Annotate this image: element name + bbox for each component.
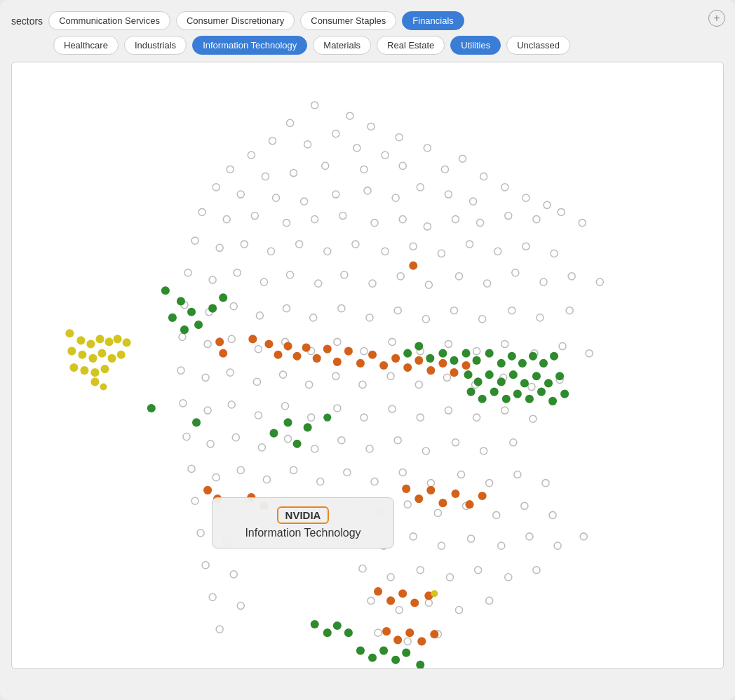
svg-point-167 [218, 506, 225, 513]
svg-point-39 [339, 212, 346, 219]
svg-point-133 [389, 405, 396, 412]
svg-point-176 [521, 502, 528, 509]
svg-point-32 [522, 194, 530, 201]
svg-point-164 [514, 471, 521, 478]
svg-point-166 [191, 497, 198, 504]
svg-point-83 [283, 305, 290, 312]
svg-point-140 [207, 440, 214, 447]
svg-point-297 [344, 347, 353, 356]
svg-point-10 [248, 152, 255, 159]
svg-point-258 [474, 377, 483, 386]
svg-point-135 [445, 407, 452, 414]
svg-point-71 [397, 273, 404, 280]
svg-point-172 [404, 501, 411, 508]
filter-unclassed[interactable]: Unclassed [506, 36, 570, 55]
svg-point-31 [501, 184, 508, 191]
svg-point-276 [323, 628, 332, 637]
svg-point-18 [441, 166, 448, 173]
svg-point-225 [100, 365, 109, 373]
svg-point-280 [368, 654, 377, 662]
svg-point-239 [284, 418, 292, 426]
svg-point-37 [283, 220, 290, 227]
svg-point-64 [209, 276, 216, 283]
add-button[interactable]: + [708, 10, 725, 27]
svg-point-316 [451, 490, 459, 498]
svg-point-283 [402, 649, 410, 657]
svg-point-120 [443, 374, 450, 381]
svg-point-273 [548, 397, 557, 405]
filter-utilities[interactable]: Utilities [450, 36, 501, 55]
svg-point-42 [424, 223, 431, 230]
svg-point-309 [213, 494, 222, 503]
svg-point-201 [396, 607, 403, 614]
svg-point-209 [65, 329, 74, 337]
svg-point-194 [446, 574, 453, 581]
svg-point-115 [306, 381, 313, 388]
svg-point-319 [374, 587, 382, 595]
svg-point-303 [414, 356, 423, 365]
svg-point-60 [494, 248, 501, 255]
svg-point-279 [356, 646, 365, 654]
svg-point-123 [528, 383, 535, 390]
svg-point-293 [302, 343, 311, 351]
svg-point-313 [414, 494, 423, 503]
svg-point-321 [398, 589, 407, 598]
svg-point-13 [290, 169, 297, 176]
svg-point-150 [480, 447, 487, 455]
filter-information-technology[interactable]: Information Technology [192, 36, 307, 55]
svg-point-307 [462, 361, 471, 370]
filter-consumer-staples[interactable]: Consumer Staples [300, 11, 396, 30]
svg-point-238 [269, 429, 278, 437]
svg-point-12 [262, 173, 269, 180]
svg-point-285 [409, 262, 417, 270]
svg-point-85 [338, 305, 345, 312]
svg-point-232 [180, 325, 189, 334]
svg-point-2 [287, 119, 294, 126]
filter-row-2: Healthcare Industrials Information Techn… [11, 36, 724, 55]
svg-point-298 [356, 359, 365, 368]
svg-point-217 [78, 351, 86, 359]
filter-real-estate[interactable]: Real Estate [377, 36, 445, 55]
svg-point-27 [392, 194, 399, 201]
sectors-label: sectors [11, 15, 43, 27]
svg-point-265 [555, 372, 564, 380]
chart-area: NVIDIA Information Technology [11, 62, 724, 669]
svg-point-282 [391, 656, 400, 664]
svg-point-111 [202, 374, 209, 381]
svg-point-261 [509, 370, 518, 379]
svg-point-187 [554, 542, 561, 549]
svg-point-215 [123, 338, 131, 346]
svg-point-287 [219, 349, 227, 358]
svg-point-165 [542, 480, 549, 487]
svg-point-325 [393, 635, 402, 644]
svg-point-272 [537, 388, 546, 396]
svg-point-62 [551, 250, 558, 257]
svg-point-227 [100, 383, 107, 390]
filter-communication-services[interactable]: Communication Services [48, 11, 170, 30]
svg-point-295 [323, 345, 332, 354]
svg-point-170 [348, 501, 355, 508]
svg-point-46 [533, 216, 540, 223]
svg-point-266 [467, 388, 476, 396]
svg-point-206 [375, 629, 382, 636]
svg-point-160 [399, 469, 406, 476]
svg-point-20 [480, 173, 487, 180]
svg-point-163 [486, 480, 493, 487]
svg-point-78 [596, 278, 603, 285]
svg-point-108 [559, 342, 566, 349]
filter-materials[interactable]: Materials [313, 36, 371, 55]
svg-point-233 [194, 321, 203, 329]
svg-point-186 [526, 533, 533, 540]
svg-point-210 [76, 336, 85, 344]
svg-point-112 [227, 369, 234, 376]
filter-industrials[interactable]: Industrials [124, 36, 187, 55]
svg-point-304 [426, 366, 435, 375]
svg-point-148 [422, 447, 429, 455]
filter-consumer-discretionary[interactable]: Consumer Discretionary [176, 11, 295, 30]
svg-point-72 [425, 281, 432, 288]
filter-financials[interactable]: Financials [402, 11, 464, 30]
svg-point-52 [267, 248, 274, 255]
svg-point-246 [438, 349, 447, 358]
filter-healthcare[interactable]: Healthcare [53, 36, 119, 55]
svg-point-179 [223, 538, 230, 545]
